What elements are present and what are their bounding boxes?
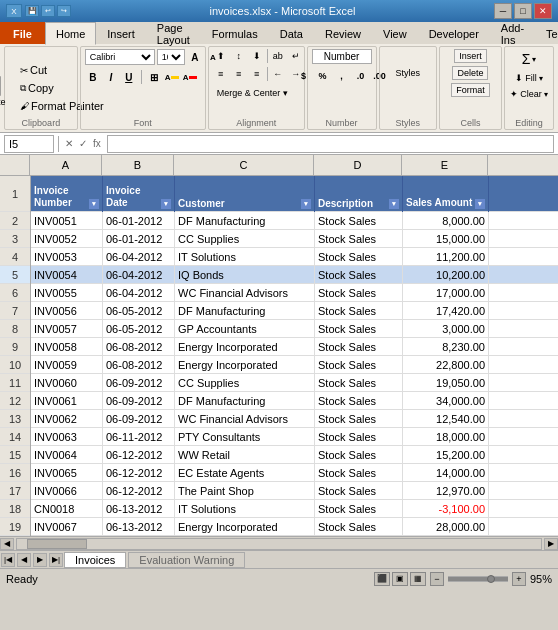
cell-c8[interactable]: GP Accountants	[175, 320, 315, 337]
cell-b3[interactable]: 06-01-2012	[103, 230, 175, 247]
row-num-8[interactable]: 8	[0, 320, 30, 338]
cell-b19[interactable]: 06-13-2012	[103, 518, 175, 535]
filter-arrow-c[interactable]: ▾	[301, 199, 311, 209]
cell-a19[interactable]: INV0067	[31, 518, 103, 535]
cell-e14[interactable]: 18,000.00	[403, 428, 489, 445]
page-break-view-button[interactable]: ▦	[410, 572, 426, 586]
cell-d12[interactable]: Stock Sales	[315, 392, 403, 409]
zoom-slider[interactable]	[448, 576, 508, 582]
cell-b7[interactable]: 06-05-2012	[103, 302, 175, 319]
tab-developer[interactable]: Developer	[418, 22, 490, 44]
insert-function-icon[interactable]: fx	[91, 137, 103, 150]
col-header-d[interactable]: D	[314, 155, 402, 175]
sheet-last-button[interactable]: ▶|	[49, 553, 63, 567]
row-num-2[interactable]: 2	[0, 212, 30, 230]
cell-c15[interactable]: WW Retail	[175, 446, 315, 463]
italic-button[interactable]: I	[103, 69, 119, 85]
cell-a10[interactable]: INV0059	[31, 356, 103, 373]
clear-button[interactable]: ✦ Clear ▾	[503, 87, 555, 101]
cell-a16[interactable]: INV0065	[31, 464, 103, 481]
cell-d16[interactable]: Stock Sales	[315, 464, 403, 481]
cell-e7[interactable]: 17,420.00	[403, 302, 489, 319]
tab-team[interactable]: Team	[535, 22, 558, 44]
format-cells-button[interactable]: Format	[451, 83, 490, 97]
align-top-button[interactable]: ⬆	[213, 49, 229, 63]
cell-c2[interactable]: DF Manufacturing	[175, 212, 315, 229]
cell-e19[interactable]: 28,000.00	[403, 518, 489, 535]
cell-d9[interactable]: Stock Sales	[315, 338, 403, 355]
delete-cells-button[interactable]: Delete	[452, 66, 488, 80]
filter-arrow-a[interactable]: ▾	[89, 199, 99, 209]
cell-e17[interactable]: 12,970.00	[403, 482, 489, 499]
underline-button[interactable]: U	[121, 69, 137, 85]
cell-c19[interactable]: Energy Incorporated	[175, 518, 315, 535]
cell-c11[interactable]: CC Supplies	[175, 374, 315, 391]
normal-view-button[interactable]: ⬛	[374, 572, 390, 586]
tab-page-layout[interactable]: Page Layout	[146, 22, 201, 44]
cell-c7[interactable]: DF Manufacturing	[175, 302, 315, 319]
decrease-indent-button[interactable]: ←	[270, 67, 286, 81]
row-num-3[interactable]: 3	[0, 230, 30, 248]
cell-a3[interactable]: INV0052	[31, 230, 103, 247]
cell-e16[interactable]: 14,000.00	[403, 464, 489, 481]
tab-add-ins[interactable]: Add-Ins	[490, 22, 535, 44]
cell-c17[interactable]: The Paint Shop	[175, 482, 315, 499]
align-right-button[interactable]: ≡	[249, 67, 265, 81]
row-num-15[interactable]: 15	[0, 446, 30, 464]
cell-c13[interactable]: WC Financial Advisors	[175, 410, 315, 427]
font-color-button[interactable]: A	[182, 69, 198, 85]
text-angle-button[interactable]: ab	[270, 49, 286, 63]
border-button[interactable]: ⊞	[146, 69, 162, 85]
cell-e13[interactable]: 12,540.00	[403, 410, 489, 427]
minimize-button[interactable]: ─	[494, 3, 512, 19]
sum-button[interactable]: Σ ▾	[515, 49, 544, 69]
cell-b4[interactable]: 06-04-2012	[103, 248, 175, 265]
cell-b13[interactable]: 06-09-2012	[103, 410, 175, 427]
cell-b11[interactable]: 06-09-2012	[103, 374, 175, 391]
cell-c18[interactable]: IT Solutions	[175, 500, 315, 517]
formula-input[interactable]	[107, 135, 554, 153]
zoom-thumb[interactable]	[487, 575, 495, 583]
cell-e9[interactable]: 8,230.00	[403, 338, 489, 355]
cell-b2[interactable]: 06-01-2012	[103, 212, 175, 229]
row-num-19[interactable]: 19	[0, 518, 30, 536]
font-name-select[interactable]: Calibri	[85, 49, 155, 65]
cell-b15[interactable]: 06-12-2012	[103, 446, 175, 463]
row-num-6[interactable]: 6	[0, 284, 30, 302]
cell-b17[interactable]: 06-12-2012	[103, 482, 175, 499]
row-num-14[interactable]: 14	[0, 428, 30, 446]
number-format-display[interactable]: Number	[312, 49, 372, 64]
cell-a18[interactable]: CN0018	[31, 500, 103, 517]
align-center-button[interactable]: ≡	[231, 67, 247, 81]
cell-b12[interactable]: 06-09-2012	[103, 392, 175, 409]
cell-reference-box[interactable]: I5	[4, 135, 54, 153]
row-num-10[interactable]: 10	[0, 356, 30, 374]
cell-d7[interactable]: Stock Sales	[315, 302, 403, 319]
wrap-text-button[interactable]: ↵	[288, 49, 304, 63]
paste-button[interactable]: Paste	[0, 60, 14, 116]
cell-e11[interactable]: 19,050.00	[403, 374, 489, 391]
redo-quick-icon[interactable]: ↪	[57, 5, 71, 17]
row-num-5[interactable]: 5	[0, 266, 30, 284]
page-layout-view-button[interactable]: ▣	[392, 572, 408, 586]
tab-file[interactable]: File	[0, 22, 45, 44]
cell-d17[interactable]: Stock Sales	[315, 482, 403, 499]
cell-b6[interactable]: 06-04-2012	[103, 284, 175, 301]
row-num-12[interactable]: 12	[0, 392, 30, 410]
cancel-formula-icon[interactable]: ✕	[63, 137, 75, 150]
cell-e15[interactable]: 15,200.00	[403, 446, 489, 463]
cell-a17[interactable]: INV0066	[31, 482, 103, 499]
row-num-17[interactable]: 17	[0, 482, 30, 500]
cell-e2[interactable]: 8,000.00	[403, 212, 489, 229]
filter-arrow-d[interactable]: ▾	[389, 199, 399, 209]
scroll-right-button[interactable]: ▶	[544, 538, 558, 550]
cell-e6[interactable]: 17,000.00	[403, 284, 489, 301]
scroll-left-button[interactable]: ◀	[0, 538, 14, 550]
row-num-16[interactable]: 16	[0, 464, 30, 482]
col-header-b[interactable]: B	[102, 155, 174, 175]
cell-d15[interactable]: Stock Sales	[315, 446, 403, 463]
percent-button[interactable]: %	[315, 68, 331, 84]
cell-c14[interactable]: PTY Consultants	[175, 428, 315, 445]
cell-e18[interactable]: -3,100.00	[403, 500, 489, 517]
col-header-a[interactable]: A	[30, 155, 102, 175]
